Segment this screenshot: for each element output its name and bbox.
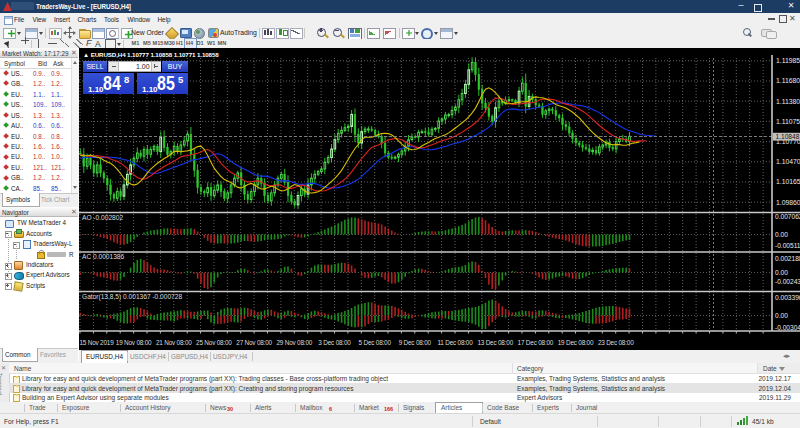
svg-text:1.11680: 1.11680 (776, 77, 800, 84)
svg-text:27 Nov 08:00: 27 Nov 08:00 (236, 339, 272, 346)
svg-text:21 Nov 08:00: 21 Nov 08:00 (156, 339, 192, 346)
svg-text:9 Dec 08:00: 9 Dec 08:00 (399, 339, 432, 346)
svg-text:13 Dec 08:00: 13 Dec 08:00 (477, 339, 513, 346)
svg-text:0.003396: 0.003396 (775, 294, 800, 301)
svg-text:1.11380: 1.11380 (776, 98, 800, 105)
svg-text:1.10848: 1.10848 (776, 133, 800, 140)
svg-text:-0.002438: -0.002438 (775, 278, 800, 285)
svg-text:-0.005113: -0.005113 (775, 242, 800, 249)
svg-text:19 Nov 08:00: 19 Nov 08:00 (116, 339, 152, 346)
svg-text:23 Dec 08:00: 23 Dec 08:00 (598, 339, 634, 346)
svg-text:0.0021885: 0.0021885 (775, 255, 800, 262)
svg-text:0.00: 0.00 (775, 269, 788, 276)
svg-text:0.00: 0.00 (775, 231, 788, 238)
svg-text:-0.003042: -0.003042 (775, 324, 800, 331)
svg-text:15 Nov 2019: 15 Nov 2019 (80, 339, 115, 346)
svg-text:1.09860: 1.09860 (776, 199, 800, 206)
svg-text:3 Dec 08:00: 3 Dec 08:00 (318, 339, 351, 346)
svg-text:1.10165: 1.10165 (776, 178, 800, 185)
svg-text:AO -0.002802: AO -0.002802 (82, 214, 123, 221)
svg-text:▲ EURUSD,H4 1.10777 1.10858: ▲ EURUSD,H4 1.10777 1.10858 1.10771 1.10… (83, 51, 219, 58)
svg-text:0.007062: 0.007062 (775, 213, 800, 220)
svg-text:11 Dec 08:00: 11 Dec 08:00 (437, 339, 473, 346)
svg-text:5 Dec 08:00: 5 Dec 08:00 (359, 339, 392, 346)
svg-text:0.00: 0.00 (775, 312, 788, 319)
svg-text:1.11075: 1.11075 (776, 118, 800, 125)
svg-text:17 Dec 08:00: 17 Dec 08:00 (518, 339, 554, 346)
svg-text:Gator(13,8,5) 0.001367 -0.0007: Gator(13,8,5) 0.001367 -0.000728 (82, 293, 182, 301)
svg-text:25 Nov 08:00: 25 Nov 08:00 (196, 339, 232, 346)
svg-text:1.11985: 1.11985 (776, 57, 800, 64)
svg-text:1.10470: 1.10470 (776, 158, 800, 165)
svg-text:AC 0.0001386: AC 0.0001386 (82, 253, 124, 260)
svg-text:29 Nov 08:00: 29 Nov 08:00 (276, 339, 312, 346)
svg-text:19 Dec 08:00: 19 Dec 08:00 (558, 339, 594, 346)
